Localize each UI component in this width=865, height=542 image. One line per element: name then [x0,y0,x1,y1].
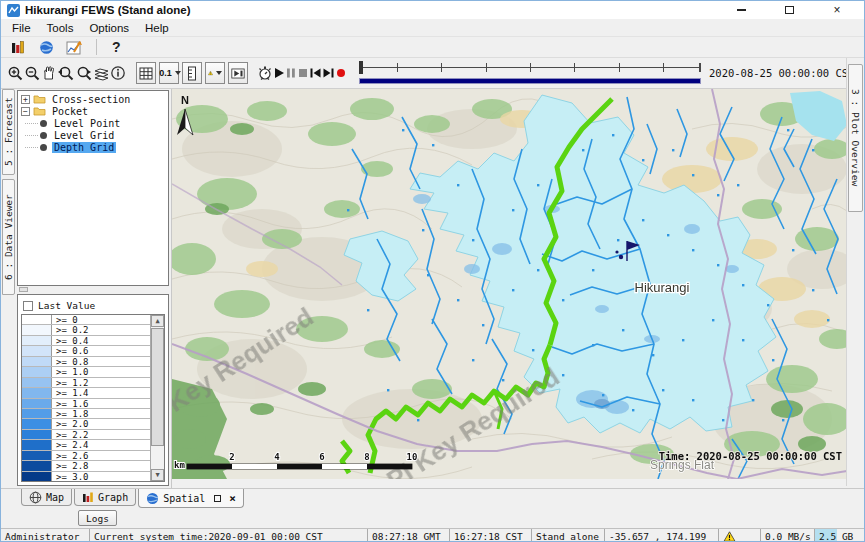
time-span-bar [359,78,701,84]
logs-row: Logs [1,508,864,528]
legend-swatch [22,472,52,481]
last-value-checkbox[interactable] [23,301,33,311]
legend-row: >= 1.8 [22,409,150,419]
time-slider[interactable] [359,60,701,86]
legend-row: >= 2.6 [22,451,150,461]
record-button[interactable] [335,63,347,83]
left-tab-strip: 5 : Forecast 6 : Data Viewer [1,89,16,488]
tree-item-pocket[interactable]: − Pocket [21,105,168,117]
maximize-icon[interactable] [778,3,800,17]
maximize-panel-icon[interactable] [214,495,221,502]
scroll-thumb[interactable] [151,328,164,446]
menu-tools[interactable]: Tools [40,21,81,35]
scroll-down-icon[interactable]: ▼ [151,469,164,481]
info-icon[interactable] [110,63,126,83]
filter-tree: + Cross-section − Pocket Level Point [17,90,169,286]
globe-icon [146,492,159,505]
grid-display-button[interactable] [136,62,156,84]
map-toolbar: 0.1 [1,58,864,89]
legend-row: >= 1.0 [22,367,150,377]
bar-chart-icon [82,491,94,503]
legend-row: >= 2.2 [22,430,150,440]
legend-scrollbar[interactable]: ▲ ▼ [150,315,164,481]
stop-button[interactable] [297,63,309,83]
tab-data-viewer[interactable]: 6 : Data Viewer [2,179,15,295]
spatial-map[interactable]: API Key Required API Key Required Hikura… [171,89,864,488]
legend-swatch [22,357,52,366]
svg-text:8: 8 [364,452,369,462]
panel-splitter[interactable] [17,286,169,294]
window-title: Hikurangi FEWS (Stand alone) [25,4,190,16]
legend-row: >= 0.6 [22,346,150,356]
tree-item-level-grid[interactable]: Level Grid [21,129,168,141]
pan-hand-icon[interactable] [41,63,57,83]
chevron-down-icon [175,71,181,75]
database-icon[interactable] [7,37,29,57]
legend-swatch [22,378,52,387]
skip-end-button[interactable] [322,63,335,83]
menu-options[interactable]: Options [82,21,136,35]
zoom-out-icon[interactable] [24,63,41,83]
status-mode: Stand alone [531,529,604,542]
svg-text:4: 4 [274,452,280,462]
status-local-time: 16:27:18 CST [449,529,531,542]
skip-start-button[interactable] [309,63,322,83]
legend-row: >= 2.0 [22,419,150,429]
close-panel-icon[interactable]: × [229,492,236,505]
legend-row: >= 1.6 [22,399,150,409]
status-coordinates: -35.657 , 174.199 [604,529,718,542]
status-warning-cell[interactable] [718,529,760,542]
current-datetime: 2020-08-25 00:00:00 CST [709,67,854,79]
layers-icon[interactable] [93,63,110,83]
menu-file[interactable]: File [5,21,38,35]
menu-help[interactable]: Help [138,21,176,35]
ruler-button[interactable] [182,62,202,84]
svg-text:km: km [174,460,185,470]
app-logo-icon [7,4,20,17]
help-button[interactable]: ? [108,39,125,55]
close-icon[interactable]: × [826,3,848,17]
tree-item-level-point[interactable]: Level Point [21,117,168,129]
legend-table: >= 0 >= 0.2 >= 0.4 >= 0.6 >= 0.8 >= 1.0 … [21,314,165,482]
legend-panel: Last Value >= 0 >= 0.2 >= 0.4 >= 0.6 >= … [17,294,169,486]
stopwatch-icon[interactable] [257,63,273,83]
legend-swatch [22,430,52,439]
tab-map[interactable]: Map [21,489,72,506]
animation-button[interactable] [228,62,248,84]
play-button[interactable] [273,63,285,83]
app-window: Hikurangi FEWS (Stand alone) × File Tool… [0,0,865,542]
scroll-up-icon[interactable]: ▲ [151,315,164,327]
last-value-label: Last Value [38,300,95,311]
tab-graph[interactable]: Graph [74,489,136,506]
main-toolbar: ? [1,37,864,58]
pause-button[interactable] [285,63,297,83]
tree-item-depth-grid[interactable]: Depth Grid [21,141,168,153]
legend-row: >= 0 [22,315,150,325]
legend-swatch [22,325,52,334]
map-canvas[interactable]: API Key Required API Key Required Hikura… [172,89,847,479]
zoom-next-icon[interactable] [75,63,93,83]
zoom-in-icon[interactable] [7,63,24,83]
legend-swatch [22,336,52,345]
collapse-icon[interactable]: − [21,107,30,116]
toolbar-separator [96,39,97,55]
contour-interval-dropdown[interactable]: 0.1 [159,62,179,84]
time-slider-handle[interactable] [359,61,363,74]
map-globe-icon[interactable] [35,37,57,57]
warnings-dropdown[interactable] [205,62,225,84]
status-memory: 2.5 GB [814,529,864,542]
svg-text:10: 10 [407,452,418,462]
tab-forecast[interactable]: 5 : Forecast [2,89,15,175]
minimize-icon[interactable] [730,3,752,17]
expand-icon[interactable]: + [21,95,30,104]
zoom-previous-icon[interactable] [57,63,75,83]
legend-swatch [22,315,52,324]
timeseries-chart-icon[interactable] [63,37,85,57]
tree-item-cross-section[interactable]: + Cross-section [21,93,168,105]
legend-swatch [22,346,52,355]
tab-spatial[interactable]: Spatial × [138,489,244,508]
tab-plot-overview[interactable]: 3 : Plot Overview [848,64,863,212]
logs-button[interactable]: Logs [78,510,117,526]
svg-text:2: 2 [229,452,234,462]
legend-row: >= 3.0 [22,472,150,482]
